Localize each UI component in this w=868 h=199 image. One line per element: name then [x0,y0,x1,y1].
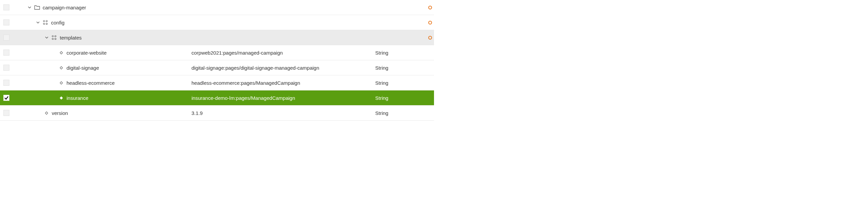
svg-point-2 [43,23,45,25]
node-type: String [375,80,409,86]
tree-row[interactable]: version3.1.9String [0,106,434,121]
modified-status-icon [428,21,432,25]
tree-row[interactable]: configAug 4, 20237:44 AM [0,15,434,30]
node-icon [51,35,57,40]
svg-point-7 [55,38,56,40]
svg-point-1 [46,21,48,22]
status-indicator [425,6,434,9]
node-value: insurance-demo-lm:pages/ManagedCampaign [191,95,366,101]
property-icon [59,81,63,84]
node-type: String [375,95,409,101]
node-type: String [375,65,409,71]
svg-point-5 [55,36,56,37]
svg-point-0 [43,21,45,22]
node-name: corporate-website [66,50,106,55]
property-icon [59,66,63,69]
svg-point-3 [46,23,48,25]
status-indicator [425,21,434,25]
tree-row[interactable]: campaign-managerAug 4, 20237:44 AM [0,0,434,15]
node-value: corpweb2021:pages/managed-campaign [191,50,366,55]
tree-row[interactable]: insuranceinsurance-demo-lm:pages/Managed… [0,90,434,106]
modified-status-icon [428,36,432,40]
row-checkbox[interactable] [3,110,9,116]
node-value: headless-ecommerce:pages/ManagedCampaign [191,80,366,86]
node-type: String [375,110,409,116]
property-icon [59,51,63,54]
modified-status-icon [428,6,432,9]
tree-row[interactable]: headless-ecommerceheadless-ecommerce:pag… [0,75,434,90]
tree-row[interactable]: corporate-websitecorpweb2021:pages/manag… [0,45,434,60]
chevron-down-icon[interactable] [36,21,40,24]
row-checkbox[interactable] [3,80,9,86]
node-name: insurance [66,95,88,101]
row-checkbox[interactable] [3,65,9,71]
property-icon [44,112,49,115]
row-checkbox[interactable] [3,4,9,10]
node-name: digital-signage [66,65,99,71]
row-checkbox[interactable] [3,35,9,41]
node-name: headless-ecommerce [66,80,115,86]
status-indicator [425,36,434,40]
node-name: templates [60,35,82,41]
node-name: config [51,20,64,26]
node-value: 3.1.9 [191,110,366,116]
svg-point-6 [52,38,54,40]
folder-icon [34,5,40,10]
node-icon [42,20,49,25]
chevron-down-icon[interactable] [27,6,32,9]
chevron-down-icon[interactable] [44,36,49,39]
property-icon [59,96,63,100]
row-checkbox[interactable] [3,19,9,26]
row-checkbox[interactable] [3,95,9,101]
tree-row[interactable]: templatesAug 4, 20237:44 AM [0,30,434,45]
node-name: campaign-manager [43,5,86,10]
tree-row[interactable]: digital-signagedigital-signage:pages/dig… [0,60,434,75]
svg-point-4 [52,36,54,37]
node-name: version [52,110,68,116]
node-type: String [375,50,409,55]
node-value: digital-signage:pages/digital-signage-ma… [191,65,366,71]
row-checkbox[interactable] [3,50,9,55]
